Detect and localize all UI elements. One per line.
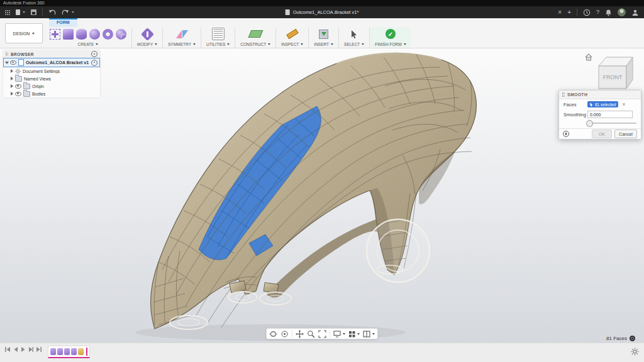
user-avatar[interactable] <box>618 8 626 16</box>
browser-item-bodies[interactable]: Bodies <box>3 90 100 97</box>
info-icon[interactable] <box>563 131 569 137</box>
app-launcher-icon[interactable] <box>5 10 10 15</box>
globe-icon[interactable] <box>630 336 635 341</box>
ok-button[interactable]: OK <box>592 129 612 138</box>
symmetry-menu[interactable]: SYMMETRY <box>168 42 196 47</box>
finish-form-check-icon[interactable]: ✓ <box>386 29 396 39</box>
utilities-icon[interactable] <box>212 28 225 40</box>
home-icon[interactable] <box>586 54 592 60</box>
expand-caret-icon[interactable] <box>11 92 13 96</box>
modify-icon[interactable] <box>141 27 154 40</box>
chevron-down-icon <box>72 11 74 13</box>
modify-menu[interactable]: MODIFY <box>137 42 157 47</box>
selection-badge[interactable]: 81 selected <box>587 101 618 107</box>
finish-form-menu[interactable]: FINISH FORM <box>375 42 406 47</box>
workspace-switcher[interactable]: DESIGN <box>5 23 43 43</box>
grip-icon <box>562 92 565 97</box>
timeline-settings-gear-icon[interactable] <box>631 348 639 356</box>
browser-root-item[interactable]: Outcome1_ALCOA Bracket v1 <box>3 58 100 67</box>
smoothing-slider[interactable] <box>587 119 636 127</box>
notifications-bell-icon[interactable] <box>605 9 612 16</box>
group-select: SELECT <box>340 27 369 47</box>
step-back-button[interactable] <box>13 346 18 353</box>
create-menu[interactable]: CREATE <box>78 42 99 47</box>
timeline-feature[interactable] <box>78 348 84 355</box>
expand-caret-icon[interactable] <box>11 84 13 88</box>
file-menu-button[interactable] <box>16 9 25 15</box>
cylinder-tool-icon[interactable] <box>76 29 87 40</box>
symmetry-icon[interactable] <box>182 30 188 38</box>
timeline-feature[interactable] <box>57 348 63 355</box>
inspect-menu[interactable]: INSPECT <box>281 42 303 47</box>
viewport-canvas[interactable]: BROWSER Outcome1_ALCOA Bracket v1 Docume… <box>0 48 644 343</box>
divider <box>577 9 577 16</box>
group-finish-form: ✓ FINISH FORM <box>370 27 410 47</box>
torus-tool-icon[interactable] <box>103 29 113 40</box>
new-tab-button[interactable]: + <box>567 6 571 18</box>
timeline-feature[interactable] <box>50 348 56 355</box>
visibility-eye-icon[interactable] <box>10 60 16 65</box>
chevron-down-icon <box>343 333 345 335</box>
browser-options-icon[interactable] <box>91 51 97 57</box>
save-button[interactable] <box>31 9 36 15</box>
slider-track[interactable] <box>587 123 636 124</box>
viewports-menu[interactable] <box>363 331 375 337</box>
select-cursor-icon[interactable] <box>350 30 358 39</box>
construct-plane-icon[interactable] <box>248 30 263 38</box>
smoothing-value-input[interactable]: 0.000 <box>587 111 633 118</box>
select-menu[interactable]: SELECT <box>344 42 364 47</box>
insert-menu[interactable]: INSERT <box>314 42 333 47</box>
expand-caret-icon[interactable] <box>5 62 9 64</box>
step-forward-button[interactable] <box>28 346 33 353</box>
look-at-icon[interactable] <box>280 330 289 338</box>
browser-item-named-views[interactable]: Named Views <box>3 75 100 82</box>
timeline-feature[interactable] <box>71 348 77 355</box>
browser-item-origin[interactable]: Origin <box>3 82 100 90</box>
timeline-feature[interactable] <box>64 348 70 355</box>
go-to-end-button[interactable] <box>36 346 42 353</box>
slider-handle[interactable] <box>586 120 593 127</box>
viewcube[interactable]: FRONT <box>584 51 636 92</box>
expand-caret-icon[interactable] <box>11 69 13 73</box>
document-tab[interactable]: Outcome1_ALCOA.Bracket v1* <box>286 6 359 18</box>
box-tool-icon[interactable] <box>63 29 74 40</box>
go-to-start-button[interactable] <box>4 346 11 353</box>
chevron-down-icon <box>227 43 230 45</box>
profile-icon[interactable] <box>631 9 639 16</box>
cancel-button[interactable]: Cancel <box>614 129 637 138</box>
pan-icon[interactable] <box>296 330 304 338</box>
topbar-left-tools <box>0 9 74 16</box>
clear-selection-button[interactable]: × <box>622 102 625 107</box>
undo-button[interactable] <box>48 9 56 16</box>
zoom-icon[interactable] <box>307 330 315 338</box>
edit-form-icon[interactable] <box>50 29 60 40</box>
browser-header[interactable]: BROWSER <box>3 50 100 58</box>
orbit-icon[interactable] <box>269 330 277 338</box>
document-tab-title: Outcome1_ALCOA.Bracket v1* <box>293 9 359 15</box>
symmetry-icon[interactable] <box>176 30 182 38</box>
navigation-toolbar <box>266 328 378 339</box>
insert-icon[interactable] <box>319 30 328 39</box>
quadball-tool-icon[interactable] <box>116 29 126 40</box>
expand-caret-icon[interactable] <box>11 77 13 80</box>
timeline-position-marker[interactable] <box>86 348 87 356</box>
redo-button[interactable] <box>62 9 74 16</box>
grid-snaps-menu[interactable] <box>348 331 360 337</box>
visibility-eye-icon[interactable] <box>15 84 21 89</box>
utilities-menu[interactable]: UTILITIES <box>206 42 230 47</box>
browser-item-document-settings[interactable]: Document Settings <box>3 67 100 75</box>
tab-form[interactable]: FORM <box>49 18 77 27</box>
fit-icon[interactable] <box>318 330 326 338</box>
sphere-tool-icon[interactable] <box>89 29 100 40</box>
play-button[interactable] <box>21 346 26 353</box>
visibility-eye-icon[interactable] <box>15 92 21 96</box>
construct-menu[interactable]: CONSTRUCT <box>240 42 270 47</box>
close-tab-button[interactable]: × <box>558 6 562 18</box>
find-in-window-icon[interactable] <box>91 60 97 66</box>
viewcube-front-face[interactable]: FRONT <box>603 74 623 80</box>
job-status-icon[interactable] <box>583 9 591 16</box>
smooth-dialog-header[interactable]: SMOOTH <box>559 90 641 99</box>
display-settings-menu[interactable] <box>333 331 345 337</box>
help-icon[interactable]: ? <box>596 6 599 18</box>
inspect-measure-icon[interactable] <box>286 29 299 39</box>
